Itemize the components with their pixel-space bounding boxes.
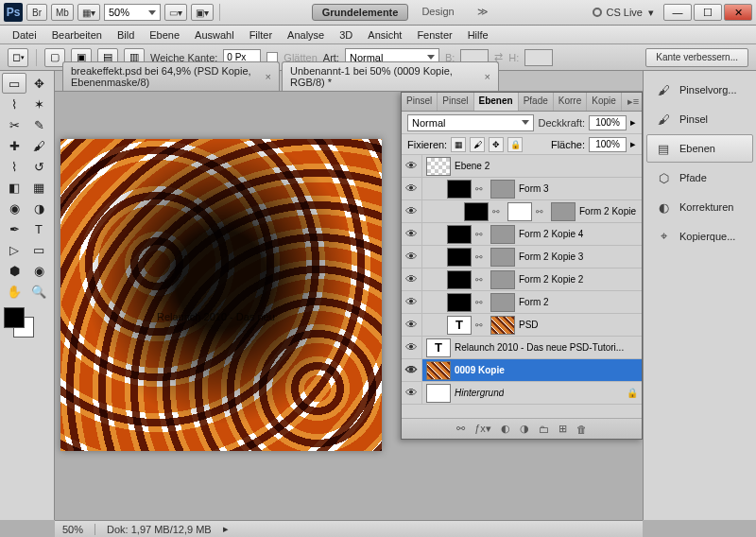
adjustment-icon[interactable]: ◑ xyxy=(520,423,529,435)
wand-tool[interactable]: ✶ xyxy=(26,94,51,114)
visibility-toggle[interactable]: 👁 xyxy=(402,314,422,336)
menu-hilfe[interactable]: Hilfe xyxy=(461,27,495,43)
tab-kopierquelle[interactable]: Kopie xyxy=(587,93,622,111)
layer-row[interactable]: 👁⚯Form 2 xyxy=(402,291,642,314)
visibility-toggle[interactable]: 👁 xyxy=(402,246,422,268)
minimize-button[interactable]: — xyxy=(663,4,692,21)
close-icon[interactable]: × xyxy=(266,71,271,82)
menu-bearbeiten[interactable]: Bearbeiten xyxy=(45,27,109,43)
layer-name[interactable]: Ebene 2 xyxy=(455,161,490,171)
lock-transparent-icon[interactable]: ▦ xyxy=(451,137,466,152)
color-swatches[interactable] xyxy=(2,307,45,345)
visibility-toggle[interactable]: 👁 xyxy=(402,382,422,404)
canvas-viewport[interactable]: Relaunch 2010 - Das neu Pinsel Pinsel Eb… xyxy=(55,92,643,520)
marquee-tool[interactable]: ▭ xyxy=(2,73,26,94)
heal-tool[interactable]: ✚ xyxy=(2,135,26,156)
fill-input[interactable] xyxy=(589,137,627,152)
lock-position-icon[interactable]: ✥ xyxy=(489,137,504,152)
stamp-tool[interactable]: ⌇ xyxy=(2,156,26,177)
3d-tool[interactable]: ⬢ xyxy=(2,260,26,281)
tab-pinsel2[interactable]: Pinsel xyxy=(438,93,473,111)
close-icon[interactable]: × xyxy=(485,71,490,82)
opacity-input[interactable] xyxy=(589,115,627,130)
layer-name[interactable]: Relaunch 2010 - Das neue PSD-Tutori... xyxy=(455,342,624,353)
layer-row[interactable]: 👁Ebene 2 xyxy=(402,155,642,178)
dock-item-brush2[interactable]: 🖌Pinsel xyxy=(646,105,753,133)
history-brush-tool[interactable]: ↺ xyxy=(26,156,51,177)
lock-pixels-icon[interactable]: 🖌 xyxy=(470,137,485,152)
canvas[interactable]: Relaunch 2010 - Das neu xyxy=(60,139,382,451)
close-button[interactable]: ✕ xyxy=(724,4,752,21)
workspace-more[interactable]: ≫ xyxy=(468,4,498,21)
layer-name[interactable]: Hintergrund xyxy=(455,388,504,398)
workspace-design[interactable]: Design xyxy=(412,4,463,21)
visibility-toggle[interactable]: 👁 xyxy=(402,223,422,245)
doc-tab-1[interactable]: breakeffekt.psd bei 64,9% (PSD Kopie, Eb… xyxy=(62,61,280,91)
tool-preset-picker[interactable]: ◻▾ xyxy=(8,48,28,67)
tab-korrekturen[interactable]: Korre xyxy=(554,93,587,111)
link-icon[interactable]: ⚯ xyxy=(456,423,465,435)
status-doc-info[interactable]: Dok: 1,97 MB/12,9 MB xyxy=(107,524,212,535)
blur-tool[interactable]: ◉ xyxy=(2,198,26,218)
dock-item-clone[interactable]: ⌖Kopierque... xyxy=(646,222,753,251)
shape-tool[interactable]: ▭ xyxy=(26,239,51,260)
refine-edge-button[interactable]: Kante verbessern... xyxy=(645,48,748,67)
type-tool[interactable]: T xyxy=(26,218,51,239)
layer-row[interactable]: 👁⚯Form 2 Kopie 2 xyxy=(402,268,642,291)
brush-tool[interactable]: 🖌 xyxy=(26,135,51,156)
layer-name[interactable]: Form 2 Kopie xyxy=(579,206,636,217)
layer-row[interactable]: 👁⚯⚯Form 2 Kopie xyxy=(402,200,642,223)
gradient-tool[interactable]: ▦ xyxy=(26,177,51,198)
menu-ansicht[interactable]: Ansicht xyxy=(361,27,408,43)
layer-row[interactable]: 👁T⚯PSD xyxy=(402,314,642,337)
layer-row[interactable]: 👁TRelaunch 2010 - Das neue PSD-Tutori... xyxy=(402,337,642,359)
layer-name[interactable]: PSD xyxy=(519,320,539,330)
view-extras-button[interactable]: ▦▾ xyxy=(77,4,100,21)
zoom-tool[interactable]: 🔍 xyxy=(26,281,51,302)
visibility-toggle[interactable]: 👁 xyxy=(402,359,422,381)
eyedropper-tool[interactable]: ✎ xyxy=(26,114,51,135)
crop-tool[interactable]: ✂ xyxy=(2,114,26,135)
fill-arrow-icon[interactable]: ▸ xyxy=(630,138,636,150)
visibility-toggle[interactable]: 👁 xyxy=(402,268,422,290)
mask-icon[interactable]: ◐ xyxy=(501,423,510,435)
arrange-button[interactable]: ▭▾ xyxy=(164,4,187,21)
menu-bild[interactable]: Bild xyxy=(111,27,141,43)
dodge-tool[interactable]: ◑ xyxy=(26,198,51,218)
doc-tab-2[interactable]: Unbenannt-1 bei 50% (0009 Kopie, RGB/8) … xyxy=(282,61,499,91)
dock-item-brush[interactable]: 🖌Pinselvorg... xyxy=(646,76,753,104)
new-layer-icon[interactable]: ⊞ xyxy=(558,423,567,435)
maximize-button[interactable]: ☐ xyxy=(694,4,722,21)
dock-item-layers[interactable]: ▤Ebenen xyxy=(646,134,753,163)
menu-fenster[interactable]: Fenster xyxy=(410,27,458,43)
menu-3d[interactable]: 3D xyxy=(333,27,359,43)
dock-item-adjust[interactable]: ◐Korrekturen xyxy=(646,193,753,221)
menu-filter[interactable]: Filter xyxy=(243,27,279,43)
foreground-color[interactable] xyxy=(4,307,25,328)
fx-icon[interactable]: ƒx▾ xyxy=(474,423,491,435)
tab-pfade[interactable]: Pfade xyxy=(519,93,554,111)
bridge-button[interactable]: Br xyxy=(26,4,47,21)
layer-name[interactable]: 0009 Kopie xyxy=(455,365,505,375)
layer-name[interactable]: Form 2 Kopie 2 xyxy=(519,274,583,285)
zoom-select[interactable]: 50% xyxy=(104,4,161,21)
visibility-toggle[interactable]: 👁 xyxy=(402,200,422,222)
visibility-toggle[interactable]: 👁 xyxy=(402,337,422,358)
menu-datei[interactable]: Datei xyxy=(6,27,43,43)
status-arrow-icon[interactable]: ▸ xyxy=(223,523,229,535)
move-tool[interactable]: ✥ xyxy=(26,73,51,94)
layer-name[interactable]: Form 3 xyxy=(519,183,549,194)
panel-menu-icon[interactable]: ▸≡ xyxy=(622,93,643,111)
status-zoom[interactable]: 50% xyxy=(62,524,83,535)
menu-ebene[interactable]: Ebene xyxy=(143,27,186,43)
path-select-tool[interactable]: ▷ xyxy=(2,239,26,260)
workspace-grundelemente[interactable]: Grundelemente xyxy=(312,4,409,21)
visibility-toggle[interactable]: 👁 xyxy=(402,178,422,199)
layer-row[interactable]: 👁0009 Kopie xyxy=(402,359,642,382)
layer-name[interactable]: Form 2 Kopie 4 xyxy=(519,229,583,239)
layer-row[interactable]: 👁⚯Form 3 xyxy=(402,178,642,200)
layer-name[interactable]: Form 2 xyxy=(519,297,549,307)
tab-ebenen[interactable]: Ebenen xyxy=(474,93,519,111)
pen-tool[interactable]: ✒ xyxy=(2,218,26,239)
tab-pinsel[interactable]: Pinsel xyxy=(402,93,438,111)
